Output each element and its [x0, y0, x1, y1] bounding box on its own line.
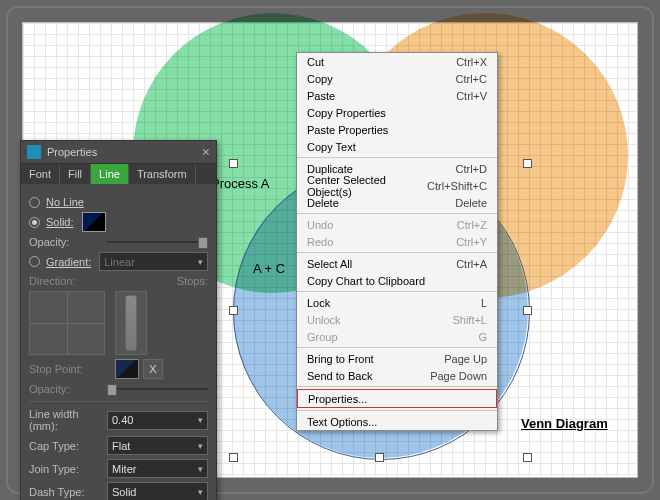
properties-icon — [27, 145, 41, 159]
menu-separator — [297, 213, 497, 214]
cap-type-select[interactable]: Flat▾ — [107, 436, 208, 455]
stop-point-label: Stop Point: — [29, 363, 107, 375]
menu-item-cut[interactable]: CutCtrl+X — [297, 53, 497, 70]
menu-item-label: Center Selected Object(s) — [307, 174, 427, 198]
menu-item-label: Group — [307, 331, 478, 343]
menu-item-shortcut: Page Down — [430, 370, 487, 382]
line-width-label: Line width (mm): — [29, 408, 107, 432]
resize-handle[interactable] — [229, 306, 238, 315]
menu-item-lock[interactable]: LockL — [297, 294, 497, 311]
menu-item-copy-properties[interactable]: Copy Properties — [297, 104, 497, 121]
menu-item-paste-properties[interactable]: Paste Properties — [297, 121, 497, 138]
menu-item-label: Redo — [307, 236, 456, 248]
menu-item-text-options[interactable]: Text Options... — [297, 413, 497, 430]
menu-item-delete[interactable]: DeleteDelete — [297, 194, 497, 211]
radio-solid[interactable] — [29, 217, 40, 228]
properties-body: No Line Solid: Opacity: Gradient: Linear… — [21, 184, 216, 500]
menu-separator — [297, 410, 497, 411]
menu-item-center-selected-object-s[interactable]: Center Selected Object(s)Ctrl+Shift+C — [297, 177, 497, 194]
menu-item-shortcut: Ctrl+Y — [456, 236, 487, 248]
tab-transform[interactable]: Transform — [129, 164, 196, 184]
menu-item-label: Send to Back — [307, 370, 430, 382]
stops-label: Stops: — [177, 275, 208, 287]
menu-item-undo: UndoCtrl+Z — [297, 216, 497, 233]
menu-item-label: Undo — [307, 219, 457, 231]
resize-handle[interactable] — [523, 159, 532, 168]
menu-item-select-all[interactable]: Select AllCtrl+A — [297, 255, 497, 272]
context-menu[interactable]: CutCtrl+XCopyCtrl+CPasteCtrl+VCopy Prope… — [296, 52, 498, 431]
menu-item-copy[interactable]: CopyCtrl+C — [297, 70, 497, 87]
resize-handle[interactable] — [375, 453, 384, 462]
resize-handle[interactable] — [523, 306, 532, 315]
menu-item-shortcut: Ctrl+A — [456, 258, 487, 270]
menu-separator — [297, 386, 497, 387]
resize-handle[interactable] — [229, 159, 238, 168]
stop-color-swatch[interactable] — [115, 359, 139, 379]
menu-item-shortcut: Page Up — [444, 353, 487, 365]
resize-handle[interactable] — [523, 453, 532, 462]
close-icon[interactable]: × — [202, 144, 210, 160]
menu-item-label: Copy Text — [307, 141, 487, 153]
opacity-slider[interactable] — [107, 236, 208, 248]
properties-tabs: Font Fill Line Transform — [21, 164, 216, 184]
tab-fill[interactable]: Fill — [60, 164, 91, 184]
venn-label-ac[interactable]: A + C — [253, 261, 285, 276]
menu-item-shortcut: Shift+L — [452, 314, 487, 326]
menu-item-label: Copy — [307, 73, 456, 85]
stop-opacity-slider[interactable] — [107, 383, 208, 395]
menu-item-properties[interactable]: Properties... — [297, 389, 497, 408]
properties-titlebar[interactable]: Properties × — [21, 141, 216, 164]
menu-item-shortcut: Ctrl+X — [456, 56, 487, 68]
menu-item-redo: RedoCtrl+Y — [297, 233, 497, 250]
menu-item-label: Lock — [307, 297, 481, 309]
opacity2-label: Opacity: — [29, 383, 107, 395]
menu-item-bring-to-front[interactable]: Bring to FrontPage Up — [297, 350, 497, 367]
line-width-select[interactable]: 0.40▾ — [107, 411, 208, 430]
delete-stop-button[interactable]: X — [143, 359, 163, 379]
menu-item-shortcut: Ctrl+V — [456, 90, 487, 102]
menu-item-copy-chart-to-clipboard[interactable]: Copy Chart to Clipboard — [297, 272, 497, 289]
menu-item-shortcut: L — [481, 297, 487, 309]
properties-title: Properties — [47, 146, 97, 158]
dash-type-select[interactable]: Solid▾ — [107, 482, 208, 500]
menu-item-label: Cut — [307, 56, 456, 68]
menu-item-label: Select All — [307, 258, 456, 270]
cap-type-label: Cap Type: — [29, 440, 107, 452]
no-line-label: No Line — [46, 196, 84, 208]
menu-item-paste[interactable]: PasteCtrl+V — [297, 87, 497, 104]
tab-line[interactable]: Line — [91, 164, 129, 184]
menu-item-shortcut: G — [478, 331, 487, 343]
tab-font[interactable]: Font — [21, 164, 60, 184]
menu-separator — [297, 347, 497, 348]
gradient-label: Gradient: — [46, 256, 91, 268]
properties-panel[interactable]: Properties × Font Fill Line Transform No… — [20, 140, 217, 500]
gradient-stops-box[interactable] — [115, 291, 147, 355]
menu-item-label: Properties... — [308, 393, 486, 405]
venn-caption[interactable]: Venn Diagram — [521, 416, 608, 431]
menu-item-shortcut: Ctrl+Shift+C — [427, 180, 487, 192]
venn-label-a[interactable]: Process A — [211, 176, 270, 191]
menu-item-shortcut: Ctrl+D — [456, 163, 487, 175]
color-swatch[interactable] — [82, 212, 106, 232]
radio-no-line[interactable] — [29, 197, 40, 208]
menu-separator — [297, 157, 497, 158]
join-type-select[interactable]: Miter▾ — [107, 459, 208, 478]
menu-item-unlock: UnlockShift+L — [297, 311, 497, 328]
direction-label: Direction: — [29, 275, 107, 287]
menu-item-send-to-back[interactable]: Send to BackPage Down — [297, 367, 497, 384]
menu-item-label: Copy Chart to Clipboard — [307, 275, 487, 287]
resize-handle[interactable] — [229, 453, 238, 462]
menu-item-label: Delete — [307, 197, 455, 209]
radio-gradient[interactable] — [29, 256, 40, 267]
menu-item-label: Copy Properties — [307, 107, 487, 119]
menu-item-copy-text[interactable]: Copy Text — [297, 138, 497, 155]
join-type-label: Join Type: — [29, 463, 107, 475]
gradient-direction-box[interactable] — [29, 291, 105, 355]
gradient-type-select[interactable]: Linear▾ — [99, 252, 208, 271]
menu-item-label: Text Options... — [307, 416, 487, 428]
menu-item-shortcut: Ctrl+C — [456, 73, 487, 85]
opacity-label: Opacity: — [29, 236, 107, 248]
menu-separator — [297, 291, 497, 292]
menu-item-label: Bring to Front — [307, 353, 444, 365]
menu-item-label: Paste — [307, 90, 456, 102]
